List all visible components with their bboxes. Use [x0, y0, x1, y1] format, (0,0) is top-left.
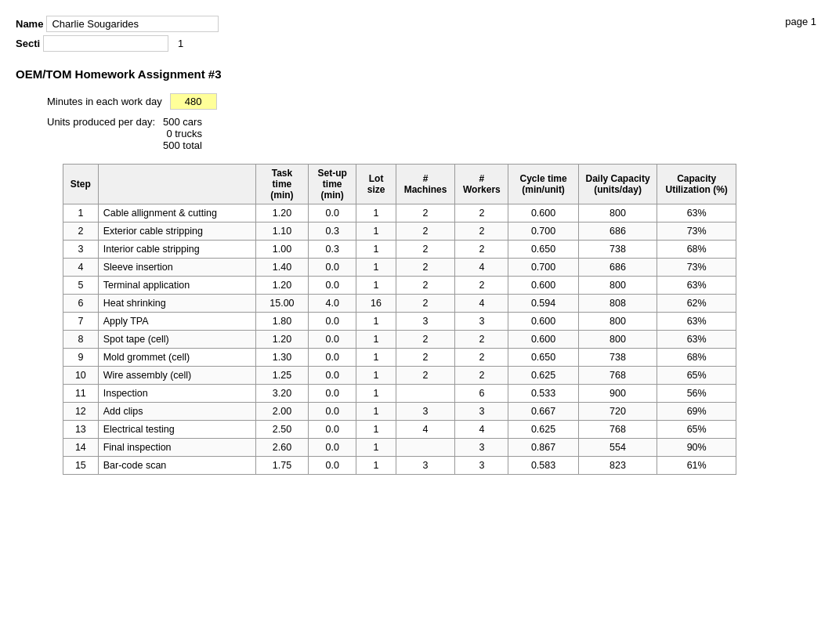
cell-util: 73%	[657, 223, 736, 241]
cell-desc: Electrical testing	[98, 421, 255, 439]
name-label: Name	[16, 18, 43, 30]
cell-desc: Mold grommet (cell)	[98, 349, 255, 367]
cell-daily: 800	[578, 313, 657, 331]
cell-util: 63%	[657, 331, 736, 349]
table-row: 10Wire assembly (cell)1.250.01220.625768…	[63, 367, 736, 385]
header-desc	[98, 165, 255, 204]
cell-workers: 2	[455, 367, 508, 385]
cell-desc: Apply TPA	[98, 313, 255, 331]
cell-util: 68%	[657, 241, 736, 259]
cell-lot: 16	[356, 295, 396, 313]
table-body: 1Cable allignment & cutting1.200.01220.6…	[63, 204, 736, 475]
cell-setup: 0.0	[308, 403, 356, 421]
section-input[interactable]	[43, 35, 168, 52]
cell-task: 1.20	[255, 277, 308, 295]
cell-desc: Bar-code scan	[98, 457, 255, 475]
cell-step: 3	[63, 241, 99, 259]
cell-daily: 800	[578, 204, 657, 223]
cell-cycle: 0.594	[508, 295, 578, 313]
cell-daily: 768	[578, 421, 657, 439]
header-task: Task time (min)	[255, 165, 308, 204]
cell-task: 1.80	[255, 313, 308, 331]
cell-cycle: 0.600	[508, 277, 578, 295]
cell-workers: 4	[455, 295, 508, 313]
cell-machines	[396, 439, 455, 457]
cell-daily: 800	[578, 277, 657, 295]
cell-desc: Terminal application	[98, 277, 255, 295]
cell-setup: 4.0	[308, 295, 356, 313]
units-total: 500 total	[163, 139, 202, 151]
cell-lot: 1	[356, 259, 396, 277]
units-label: Units produced per day:	[47, 116, 155, 128]
header-lot: Lot size	[356, 165, 396, 204]
cell-daily: 808	[578, 295, 657, 313]
cell-desc: Cable allignment & cutting	[98, 204, 255, 223]
cell-lot: 1	[356, 313, 396, 331]
cell-setup: 0.3	[308, 223, 356, 241]
name-input[interactable]	[46, 16, 219, 32]
cell-lot: 1	[356, 367, 396, 385]
table-row: 5Terminal application1.200.01220.6008006…	[63, 277, 736, 295]
cell-task: 1.40	[255, 259, 308, 277]
cell-cycle: 0.667	[508, 403, 578, 421]
cell-setup: 0.0	[308, 277, 356, 295]
cell-desc: Interior cable stripping	[98, 241, 255, 259]
cell-cycle: 0.625	[508, 367, 578, 385]
cell-machines: 2	[396, 295, 455, 313]
cell-cycle: 0.600	[508, 313, 578, 331]
table-row: 11Inspection3.200.0160.53390056%	[63, 385, 736, 403]
cell-cycle: 0.867	[508, 439, 578, 457]
cell-util: 73%	[657, 259, 736, 277]
cell-setup: 0.0	[308, 331, 356, 349]
minutes-input[interactable]	[170, 93, 217, 110]
cell-workers: 6	[455, 385, 508, 403]
cell-desc: Sleeve insertion	[98, 259, 255, 277]
cell-setup: 0.0	[308, 457, 356, 475]
cell-desc: Heat shrinking	[98, 295, 255, 313]
cell-daily: 738	[578, 241, 657, 259]
cell-task: 1.30	[255, 349, 308, 367]
cell-util: 56%	[657, 385, 736, 403]
cell-machines: 2	[396, 259, 455, 277]
cell-task: 3.20	[255, 385, 308, 403]
cell-lot: 1	[356, 204, 396, 223]
cell-step: 7	[63, 313, 99, 331]
cell-workers: 2	[455, 241, 508, 259]
cell-lot: 1	[356, 331, 396, 349]
table-row: 6Heat shrinking15.004.016240.59480862%	[63, 295, 736, 313]
minutes-label: Minutes in each work day	[47, 96, 162, 107]
cell-workers: 3	[455, 457, 508, 475]
cell-workers: 4	[455, 421, 508, 439]
name-row: Name	[16, 16, 219, 32]
cell-step: 12	[63, 403, 99, 421]
cell-daily: 738	[578, 349, 657, 367]
header-daily: Daily Capacity (units/day)	[578, 165, 657, 204]
cell-cycle: 0.700	[508, 259, 578, 277]
cell-daily: 800	[578, 331, 657, 349]
cell-task: 2.50	[255, 421, 308, 439]
cell-task: 2.60	[255, 439, 308, 457]
cell-task: 1.25	[255, 367, 308, 385]
cell-util: 63%	[657, 204, 736, 223]
cell-daily: 686	[578, 223, 657, 241]
cell-cycle: 0.600	[508, 331, 578, 349]
cell-util: 62%	[657, 295, 736, 313]
cell-workers: 2	[455, 223, 508, 241]
cell-desc: Inspection	[98, 385, 255, 403]
header-capacity: Capacity Utilization (%)	[657, 165, 736, 204]
header-left: Name Secti 1	[16, 16, 219, 52]
page-title: OEM/TOM Homework Assignment #3	[16, 67, 816, 81]
header: Name Secti 1 page 1	[16, 16, 816, 52]
table-row: 1Cable allignment & cutting1.200.01220.6…	[63, 204, 736, 223]
cell-machines: 2	[396, 349, 455, 367]
cell-util: 63%	[657, 313, 736, 331]
cell-step: 4	[63, 259, 99, 277]
cell-step: 2	[63, 223, 99, 241]
cell-util: 69%	[657, 403, 736, 421]
cell-setup: 0.0	[308, 313, 356, 331]
cell-lot: 1	[356, 385, 396, 403]
cell-machines: 3	[396, 313, 455, 331]
cell-daily: 900	[578, 385, 657, 403]
cell-lot: 1	[356, 403, 396, 421]
cell-step: 14	[63, 439, 99, 457]
